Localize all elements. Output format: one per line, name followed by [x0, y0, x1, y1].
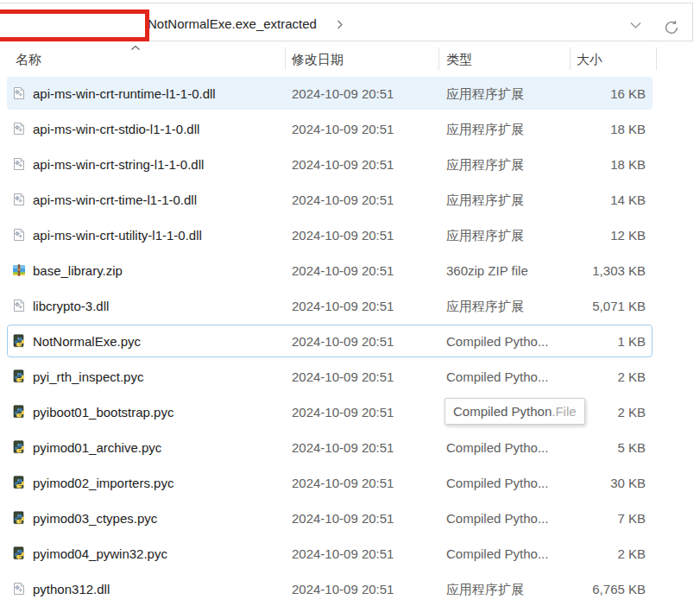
pyc-icon — [12, 476, 26, 489]
file-row[interactable]: base_library.zip 2024-10-09 20:51 360zip… — [0, 253, 700, 288]
file-name: pyiboot01_bootstrap.pyc — [33, 394, 173, 430]
file-type: 360zip ZIP file — [446, 253, 528, 288]
pyc-icon — [12, 334, 26, 348]
file-size: 2 KB — [518, 359, 646, 394]
file-name: api-ms-win-crt-utility-l1-1-0.dll — [33, 218, 202, 253]
file-date-modified: 2024-10-09 20:51 — [292, 111, 394, 147]
dll-icon — [12, 228, 26, 242]
file-date-modified: 2024-10-09 20:51 — [292, 359, 394, 394]
file-row[interactable]: pyimod01_archive.pyc 2024-10-09 20:51 Co… — [0, 430, 700, 465]
file-size: 7 KB — [518, 501, 646, 536]
file-size: 16 KB — [518, 76, 646, 111]
file-size: 30 KB — [518, 465, 646, 501]
column-separator[interactable] — [438, 47, 439, 70]
column-header-type[interactable]: 类型 — [446, 43, 472, 74]
column-separator[interactable] — [285, 47, 286, 70]
dll-icon — [12, 192, 26, 206]
file-date-modified: 2024-10-09 20:51 — [292, 501, 394, 536]
file-row[interactable]: api-ms-win-crt-utility-l1-1-0.dll 2024-1… — [0, 218, 700, 253]
file-name: api-ms-win-crt-time-l1-1-0.dll — [33, 182, 197, 218]
file-type: 应用程序扩展 — [446, 571, 524, 607]
file-date-modified: 2024-10-09 20:51 — [292, 288, 394, 324]
file-type: 应用程序扩展 — [446, 218, 524, 253]
column-header-row: 名称 修改日期 类型 大小 — [0, 43, 700, 74]
tooltip-text-faded: .File — [552, 404, 576, 419]
address-dropdown-chevron-icon[interactable] — [629, 22, 642, 29]
file-size: 14 KB — [518, 182, 646, 218]
file-row[interactable]: api-ms-win-crt-stdio-l1-1-0.dll 2024-10-… — [0, 111, 700, 147]
file-list: api-ms-win-crt-runtime-l1-1-0.dll 2024-1… — [0, 76, 700, 607]
file-type: 应用程序扩展 — [446, 288, 524, 324]
file-date-modified: 2024-10-09 20:51 — [292, 253, 394, 288]
file-date-modified: 2024-10-09 20:51 — [292, 430, 394, 465]
file-size: 1 KB — [518, 324, 646, 359]
file-row[interactable]: NotNormalExe.pyc 2024-10-09 20:51 Compil… — [0, 324, 700, 359]
file-name: pyimod02_importers.pyc — [33, 465, 173, 501]
dll-icon — [12, 86, 26, 100]
file-type: 应用程序扩展 — [446, 182, 524, 218]
column-header-date-modified[interactable]: 修改日期 — [292, 43, 344, 74]
file-name: api-ms-win-crt-stdio-l1-1-0.dll — [33, 111, 199, 147]
file-date-modified: 2024-10-09 20:51 — [292, 147, 394, 182]
file-name: pyimod03_ctypes.pyc — [33, 501, 157, 536]
file-date-modified: 2024-10-09 20:51 — [292, 394, 394, 430]
file-type: 应用程序扩展 — [446, 147, 524, 182]
file-date-modified: 2024-10-09 20:51 — [292, 571, 394, 607]
dll-icon — [12, 582, 26, 596]
breadcrumb[interactable]: NotNormalExe.exe_extracted — [148, 3, 317, 45]
file-type: 应用程序扩展 — [446, 76, 524, 111]
redaction-box — [0, 9, 149, 41]
file-date-modified: 2024-10-09 20:51 — [292, 465, 394, 501]
file-row[interactable]: api-ms-win-crt-string-l1-1-0.dll 2024-10… — [0, 147, 700, 182]
column-separator[interactable] — [570, 47, 571, 70]
sort-ascending-icon — [130, 45, 141, 51]
file-row[interactable]: pyimod03_ctypes.pyc 2024-10-09 20:51 Com… — [0, 501, 700, 536]
file-size: 18 KB — [518, 147, 646, 182]
file-name: pyimod01_archive.pyc — [33, 430, 161, 465]
file-date-modified: 2024-10-09 20:51 — [292, 536, 394, 571]
refresh-icon[interactable] — [662, 18, 681, 37]
file-name: base_library.zip — [33, 253, 123, 288]
file-row[interactable]: pyimod02_importers.pyc 2024-10-09 20:51 … — [0, 465, 700, 501]
column-separator[interactable] — [656, 47, 657, 70]
file-row[interactable]: pyi_rth_inspect.pyc 2024-10-09 20:51 Com… — [0, 359, 700, 394]
file-size: 5,071 KB — [518, 288, 646, 324]
file-name: api-ms-win-crt-string-l1-1-0.dll — [33, 147, 204, 182]
dll-icon — [12, 122, 26, 136]
file-row[interactable]: libcrypto-3.dll 2024-10-09 20:51 应用程序扩展 … — [0, 288, 700, 324]
pyc-icon — [12, 369, 26, 383]
dll-icon — [12, 157, 26, 171]
column-header-name[interactable]: 名称 — [16, 43, 41, 74]
dll-icon — [12, 299, 26, 312]
pyc-icon — [12, 546, 26, 560]
file-name: python312.dll — [33, 571, 110, 607]
file-size: 18 KB — [518, 111, 646, 147]
pyc-icon — [12, 440, 26, 454]
file-row[interactable]: pyiboot01_bootstrap.pyc 2024-10-09 20:51… — [0, 394, 700, 430]
breadcrumb-chevron-icon[interactable] — [337, 20, 344, 29]
type-tooltip: Compiled Python.File — [445, 398, 585, 425]
file-size: 2 KB — [518, 536, 646, 571]
file-row[interactable]: python312.dll 2024-10-09 20:51 应用程序扩展 6,… — [0, 571, 700, 607]
file-size: 12 KB — [518, 218, 646, 253]
file-row[interactable]: pyimod04_pywin32.pyc 2024-10-09 20:51 Co… — [0, 536, 700, 571]
file-date-modified: 2024-10-09 20:51 — [292, 76, 394, 111]
pyc-icon — [12, 511, 26, 525]
file-size: 1,303 KB — [518, 253, 646, 288]
file-date-modified: 2024-10-09 20:51 — [292, 182, 394, 218]
column-header-size[interactable]: 大小 — [577, 43, 602, 74]
file-size: 5 KB — [518, 430, 646, 465]
file-date-modified: 2024-10-09 20:51 — [292, 324, 394, 359]
file-row[interactable]: api-ms-win-crt-time-l1-1-0.dll 2024-10-0… — [0, 182, 700, 218]
file-name: libcrypto-3.dll — [33, 288, 109, 324]
file-name: api-ms-win-crt-runtime-l1-1-0.dll — [33, 76, 216, 111]
tooltip-text: Compiled Python — [453, 404, 552, 419]
file-name: NotNormalExe.pyc — [33, 324, 141, 359]
pyc-icon — [12, 405, 26, 419]
file-row[interactable]: api-ms-win-crt-runtime-l1-1-0.dll 2024-1… — [0, 76, 700, 111]
zip-icon — [12, 263, 26, 277]
file-name: pyi_rth_inspect.pyc — [33, 359, 143, 394]
file-date-modified: 2024-10-09 20:51 — [292, 218, 394, 253]
file-type: 应用程序扩展 — [446, 111, 524, 147]
file-explorer-window: NotNormalExe.exe_extracted 名称 修改日期 类型 大小… — [0, 0, 700, 612]
